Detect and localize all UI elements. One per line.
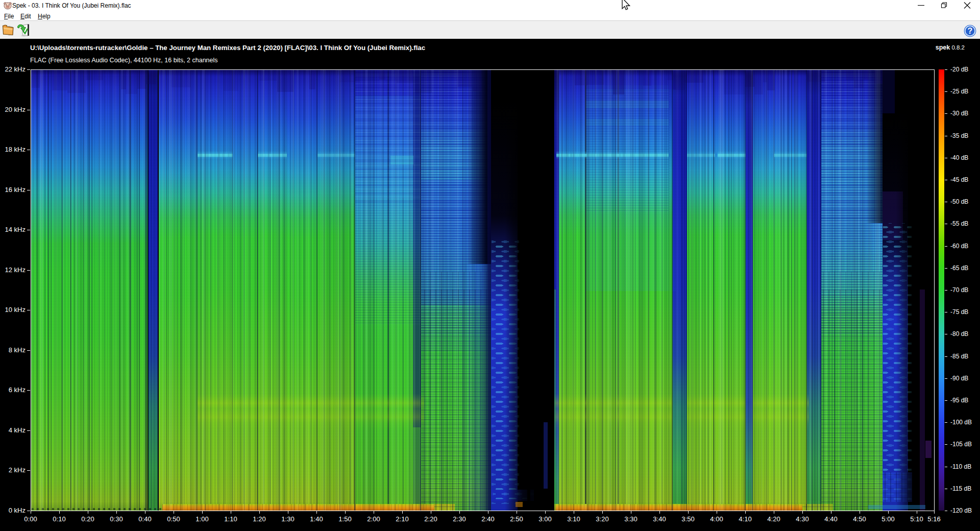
svg-text:?: ? xyxy=(968,27,973,35)
